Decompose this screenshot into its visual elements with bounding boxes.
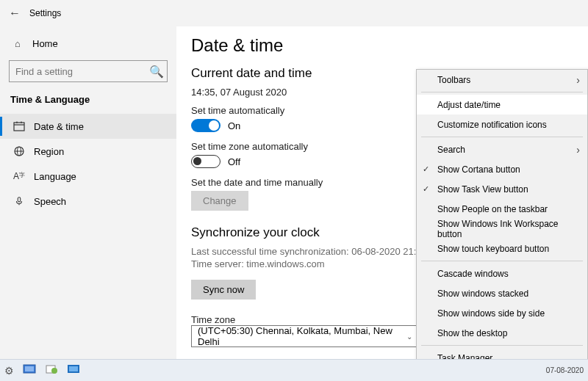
ctx-search[interactable]: Search (417, 139, 587, 159)
ctx-label: Cascade windows (437, 269, 509, 279)
svg-rect-7 (18, 197, 21, 202)
clock-icon (12, 120, 26, 132)
titlebar: ← Settings (0, 0, 588, 26)
category-title: Time & Language (0, 87, 176, 109)
tray-icon[interactable] (45, 364, 58, 377)
change-button: Change (191, 191, 248, 211)
ctx-customize-icons[interactable]: Customize notification icons (417, 115, 587, 134)
sidebar-item-speech[interactable]: Speech (0, 189, 176, 214)
ctx-label: Show windows side by side (437, 308, 545, 319)
content: Date & time Current date and time 14:35,… (176, 26, 588, 359)
ctx-label: Show People on the taskbar (437, 204, 548, 214)
settings-window: ← Settings ⌂ Home 🔍 Time & Language Date… (0, 0, 588, 381)
ctx-label: Show Cortana button (437, 164, 520, 175)
ctx-show-desktop[interactable]: Show the desktop (417, 323, 587, 343)
tz-dropdown[interactable]: (UTC+05:30) Chennai, Kolkata, Mumbai, Ne… (191, 325, 419, 347)
ctx-label: Customize notification icons (437, 120, 547, 130)
sidebar-item-label: Speech (34, 196, 66, 207)
toggle-on-icon (191, 119, 220, 132)
ctx-label: Show the desktop (437, 328, 507, 338)
search-icon: 🔍 (146, 65, 167, 79)
toggle-state: Off (228, 156, 240, 167)
ctx-show-people[interactable]: Show People on the taskbar (417, 199, 587, 219)
sidebar-item-region[interactable]: Region (0, 139, 176, 164)
ctx-task-manager[interactable]: Task Manager (417, 348, 587, 359)
ctx-toolbars[interactable]: Toolbars (417, 70, 587, 90)
sidebar-item-label: Region (34, 146, 64, 157)
taskbar[interactable]: ⚙ 07-08-2020 (0, 359, 588, 381)
ctx-separator (421, 261, 583, 261)
ctx-separator (421, 345, 583, 346)
globe-icon (12, 145, 26, 157)
sidebar-item-label: Language (34, 171, 76, 182)
taskbar-left: ⚙ (4, 364, 80, 377)
ctx-show-taskview[interactable]: Show Task View button (417, 179, 587, 199)
sidebar-item-label: Date & time (34, 121, 84, 132)
ctx-label: Toolbars (437, 75, 470, 85)
sidebar-item-language[interactable]: A字 Language (0, 164, 176, 189)
ctx-label: Show Windows Ink Workspace button (437, 219, 580, 239)
tz-value: (UTC+05:30) Chennai, Kolkata, Mumbai, Ne… (198, 325, 406, 347)
search-box[interactable]: 🔍 (9, 60, 168, 82)
svg-rect-0 (14, 123, 24, 131)
ctx-separator (421, 137, 583, 137)
ctx-stacked[interactable]: Show windows stacked (417, 283, 587, 303)
ctx-show-touch-kb[interactable]: Show touch keyboard button (417, 239, 587, 258)
gear-icon[interactable]: ⚙ (4, 365, 14, 377)
toggle-state: On (228, 120, 240, 131)
ctx-label: Show Task View button (437, 184, 528, 195)
search-input[interactable] (10, 66, 146, 77)
body: ⌂ Home 🔍 Time & Language Date & time Reg… (0, 26, 588, 359)
svg-rect-10 (25, 366, 34, 371)
svg-rect-14 (69, 366, 78, 371)
ctx-adjust-date-time[interactable]: Adjust date/time (417, 95, 587, 115)
sync-now-button[interactable]: Sync now (191, 280, 256, 300)
sidebar-item-date-time[interactable]: Date & time (0, 114, 176, 139)
taskbar-context-menu: Toolbars Adjust date/time Customize noti… (416, 69, 588, 359)
home-icon: ⌂ (10, 38, 25, 49)
ctx-label: Task Manager (437, 353, 492, 360)
svg-point-12 (51, 368, 57, 374)
microphone-icon (12, 196, 26, 206)
page-title: Date & time (191, 35, 573, 56)
home-label: Home (32, 38, 58, 49)
ctx-label: Search (437, 145, 465, 155)
sidebar: ⌂ Home 🔍 Time & Language Date & time Reg… (0, 26, 176, 359)
chevron-down-icon: ⌄ (406, 333, 412, 341)
language-icon: A字 (12, 171, 26, 181)
toggle-off-icon (191, 155, 220, 168)
ctx-show-cortana[interactable]: Show Cortana button (417, 159, 587, 179)
window-title: Settings (29, 8, 61, 18)
tray-icon[interactable] (67, 364, 80, 377)
ctx-label: Show touch keyboard button (437, 244, 549, 254)
tray-icon[interactable] (23, 364, 36, 377)
ctx-side-by-side[interactable]: Show windows side by side (417, 303, 587, 323)
home-row[interactable]: ⌂ Home (0, 31, 176, 56)
taskbar-clock[interactable]: 07-08-2020 (546, 366, 584, 374)
ctx-show-ink[interactable]: Show Windows Ink Workspace button (417, 219, 587, 239)
ctx-separator (421, 92, 583, 92)
back-button[interactable]: ← (0, 7, 29, 20)
ctx-label: Adjust date/time (437, 100, 501, 110)
ctx-cascade[interactable]: Cascade windows (417, 264, 587, 283)
ctx-label: Show windows stacked (437, 289, 528, 299)
